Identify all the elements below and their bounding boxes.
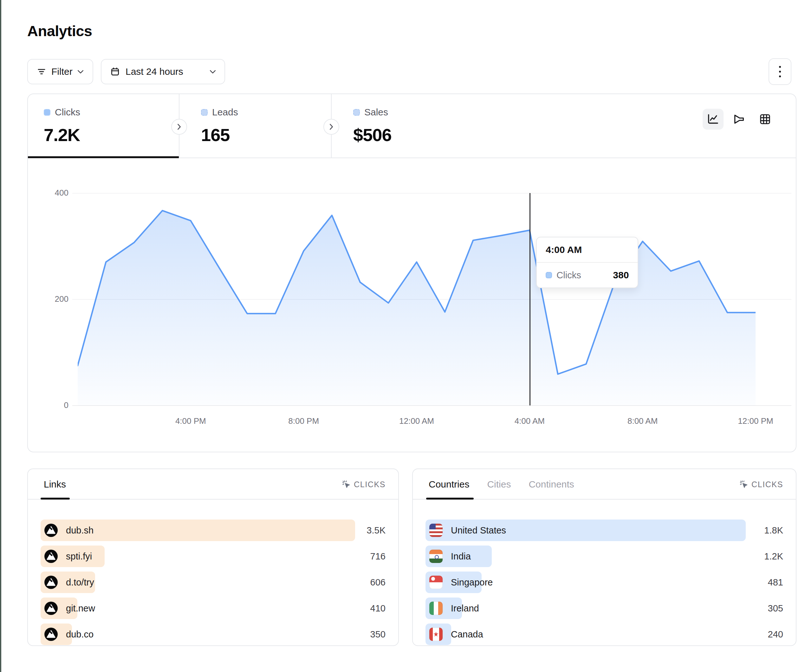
sales-legend-swatch — [353, 109, 360, 116]
stat-tab-leads[interactable]: Leads 165 — [201, 94, 238, 158]
x-axis-label: 12:00 PM — [738, 416, 773, 426]
tooltip-time: 4:00 AM — [537, 237, 638, 263]
y-axis-label: 0 — [34, 400, 68, 410]
item-value: 410 — [370, 597, 386, 619]
links-panel: Links CLICKS dub.sh3.5K spti.fyi716 d.to… — [27, 469, 399, 646]
cursor-click-icon — [342, 480, 351, 489]
ca-flag-icon — [429, 628, 443, 641]
x-axis-label: 8:00 PM — [288, 416, 319, 426]
y-axis-label: 400 — [34, 188, 68, 198]
line-chart-icon — [707, 113, 720, 126]
chevron-down-icon — [210, 70, 216, 73]
stat-value: $506 — [353, 125, 392, 145]
chevron-down-icon — [78, 70, 84, 73]
links-panel-header: Links CLICKS — [28, 469, 398, 500]
line-chart-view-button[interactable] — [703, 109, 723, 130]
chart-crosshair — [529, 193, 531, 406]
list-item[interactable]: d.to/try606 — [41, 571, 386, 593]
item-label: dub.sh — [66, 525, 94, 536]
dub-logo-icon — [44, 576, 58, 589]
stats-header: Clicks 7.2K Leads 165 Sales $506 — [28, 94, 796, 158]
list-item[interactable]: India1.2K — [425, 546, 783, 567]
filter-icon — [37, 67, 46, 77]
countries-panel: CountriesCitiesContinents CLICKS United … — [412, 469, 797, 646]
active-tab-underline — [41, 498, 70, 500]
item-value: 3.5K — [367, 520, 386, 541]
metric-label: CLICKS — [354, 480, 386, 489]
item-label: Canada — [451, 629, 483, 640]
links-metric-selector[interactable]: CLICKS — [342, 469, 386, 500]
list-item[interactable]: dub.co350 — [41, 624, 386, 645]
expand-leads-button[interactable] — [323, 119, 339, 135]
window-edge-accent — [0, 0, 1, 672]
analytics-card: Clicks 7.2K Leads 165 Sales $506 — [27, 94, 797, 452]
us-flag-icon — [429, 524, 443, 537]
more-options-button[interactable] — [769, 58, 792, 85]
x-axis-label: 8:00 AM — [628, 416, 658, 426]
stat-label: Leads — [212, 107, 238, 118]
sg-flag-icon — [429, 576, 443, 589]
list-item[interactable]: Singapore481 — [425, 571, 783, 593]
grid-icon — [759, 113, 771, 126]
list-item[interactable]: Canada240 — [425, 624, 783, 645]
page-title: Analytics — [27, 22, 92, 39]
countries-panel-header: CountriesCitiesContinents CLICKS — [413, 469, 796, 500]
tab-cities[interactable]: Cities — [487, 479, 511, 490]
clicks-legend-swatch — [44, 109, 50, 116]
dub-logo-icon — [44, 628, 58, 641]
stat-tab-sales[interactable]: Sales $506 — [353, 94, 392, 158]
expand-clicks-button[interactable] — [171, 119, 187, 135]
active-tab-underline — [426, 498, 474, 500]
table-view-button[interactable] — [755, 109, 776, 130]
filter-button[interactable]: Filter — [27, 59, 93, 84]
list-item[interactable]: Ireland305 — [425, 597, 783, 619]
leads-legend-swatch — [201, 109, 208, 116]
filter-button-label: Filter — [51, 66, 73, 77]
list-item[interactable]: United States1.8K — [425, 520, 783, 541]
item-value: 1.8K — [764, 520, 783, 541]
stat-tab-clicks[interactable]: Clicks 7.2K — [44, 94, 80, 158]
item-label: India — [451, 551, 471, 562]
item-label: spti.fyi — [66, 551, 92, 562]
calendar-icon — [110, 67, 120, 77]
dub-logo-icon — [44, 602, 58, 615]
x-axis-label: 12:00 AM — [399, 416, 434, 426]
tooltip-series-label: Clicks — [556, 270, 581, 281]
clicks-legend-swatch — [546, 272, 552, 278]
item-label: dub.co — [66, 629, 94, 640]
list-item[interactable]: git.new410 — [41, 597, 386, 619]
in-flag-icon — [429, 550, 443, 563]
area-fill — [78, 210, 756, 406]
dub-logo-icon — [44, 550, 58, 563]
tab-links[interactable]: Links — [44, 479, 66, 490]
x-axis-label: 4:00 PM — [175, 416, 206, 426]
funnel-view-button[interactable] — [728, 109, 749, 130]
funnel-icon — [733, 113, 745, 126]
item-value: 1.2K — [764, 546, 783, 567]
dub-logo-icon — [44, 524, 58, 537]
metric-label: CLICKS — [751, 480, 783, 489]
tab-countries[interactable]: Countries — [429, 479, 469, 490]
cursor-click-icon — [739, 480, 748, 489]
item-label: Singapore — [451, 577, 493, 588]
tab-continents[interactable]: Continents — [529, 479, 574, 490]
clicks-time-series-chart[interactable] — [78, 193, 756, 406]
item-value: 606 — [370, 571, 386, 593]
list-item[interactable]: dub.sh3.5K — [41, 520, 386, 541]
stat-value: 7.2K — [44, 125, 80, 145]
chart-tooltip: 4:00 AM Clicks 380 — [536, 237, 638, 288]
item-label: git.new — [66, 603, 95, 614]
item-label: Ireland — [451, 603, 479, 614]
analytics-page: Analytics Filter Last 24 hours — [0, 0, 812, 672]
ie-flag-icon — [429, 602, 443, 615]
item-label: d.to/try — [66, 577, 94, 588]
stat-label: Clicks — [55, 107, 80, 118]
date-range-button[interactable]: Last 24 hours — [101, 59, 225, 84]
countries-metric-selector[interactable]: CLICKS — [739, 469, 783, 500]
active-stat-underline — [28, 156, 179, 158]
item-value: 716 — [370, 546, 386, 567]
item-value: 481 — [768, 571, 783, 593]
x-axis-label: 4:00 AM — [515, 416, 545, 426]
list-item[interactable]: spti.fyi716 — [41, 546, 386, 567]
item-value: 240 — [768, 624, 783, 645]
